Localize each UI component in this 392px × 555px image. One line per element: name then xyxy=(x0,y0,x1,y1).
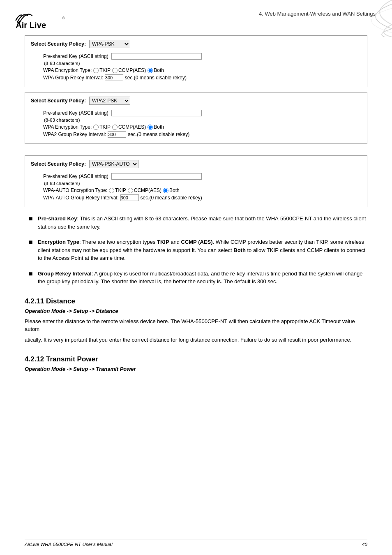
enc-ccmp-radio-2[interactable] xyxy=(112,125,118,130)
rekey-note-3: sec.(0 means disable rekey) xyxy=(141,195,202,201)
enc-tkip-radio-2[interactable] xyxy=(93,125,99,130)
chars-note-1: (8-63 characters) xyxy=(43,61,361,66)
logo: Äir Live ® xyxy=(12,7,66,31)
section-412-heading: 4.2.12 Transmit Power xyxy=(25,355,367,363)
rekey-label-3: WPA-AUTO Group Rekey Interval: xyxy=(43,195,119,201)
security-policy-label-2: Select Security Policy: xyxy=(31,98,86,104)
bullet-encryption-type: ■ Encryption Type: There are two encrypt… xyxy=(25,238,367,262)
svg-text:®: ® xyxy=(62,16,65,20)
rekey-label-2: WPA2 Group Rekey Interval: xyxy=(43,132,106,137)
security-policy-select-1[interactable]: WPA-PSK xyxy=(89,40,130,48)
enc-both-label-1: Both xyxy=(154,67,164,73)
rekey-label-1: WPA Group Rekey Interval: xyxy=(43,75,103,81)
security-policy-label-3: Select Security Policy: xyxy=(31,161,86,167)
enc-body-part2: and xyxy=(169,239,181,245)
enc-both-radio-2[interactable] xyxy=(148,125,153,130)
bullet-text-1: Pre-shared Key: This is an ASCII string … xyxy=(38,215,367,231)
bullet-marker-2: ■ xyxy=(29,238,38,262)
bullet-preshared-key: ■ Pre-shared Key: This is an ASCII strin… xyxy=(25,215,367,231)
enc-both-radio-1[interactable] xyxy=(148,68,153,73)
enc-both-label-2: Both xyxy=(154,124,164,130)
security-box-wpa-psk: Select Security Policy: WPA-PSK Pre-shar… xyxy=(25,35,367,87)
enc-both-radio-3[interactable] xyxy=(163,188,168,193)
footer-right: 40 xyxy=(362,542,367,547)
security-box-wpa2-psk: Select Security Policy: WPA2-PSK Pre-sha… xyxy=(25,92,367,144)
enc-tkip-label-3: TKIP xyxy=(115,187,126,193)
enc-type-label-1: WPA Encryption Type: xyxy=(43,67,92,73)
footer-left: AirLive WHA-5500CPE-NT User's Manual xyxy=(25,542,113,547)
bullet-text-2: Encryption Type: There are two encryptio… xyxy=(38,238,367,262)
rekey-row-1: WPA Group Rekey Interval: sec.(0 means d… xyxy=(43,74,361,81)
enc-type-label-2: WPA Encryption Type: xyxy=(43,124,92,130)
preshared-key-input-1[interactable] xyxy=(111,53,202,60)
security-policy-label: Select Security Policy: xyxy=(31,41,86,47)
rekey-row-3: WPA-AUTO Group Rekey Interval: sec.(0 me… xyxy=(43,194,361,201)
section-411-body2: atically. It is very important that you … xyxy=(25,336,367,344)
enc-ccmp-label-1: CCMP(AES) xyxy=(118,67,146,73)
enc-tkip-label-2: TKIP xyxy=(99,124,111,130)
security-boxes-container: Select Security Policy: WPA-PSK Pre-shar… xyxy=(25,35,367,207)
enc-ccmp-label-2: CCMP(AES) xyxy=(118,124,146,130)
enc-ccmp-radio-3[interactable] xyxy=(128,188,133,193)
chars-note-2: (8-63 characters) xyxy=(43,118,361,123)
security-policy-select-2[interactable]: WPA2-PSK xyxy=(89,97,130,105)
chars-note-3: (8-63 characters) xyxy=(43,181,361,186)
main-content: Select Security Policy: WPA-PSK Pre-shar… xyxy=(0,31,392,388)
security-policy-select-3[interactable]: WPA-PSK-AUTO xyxy=(89,160,138,168)
section-distance: 4.2.11 Distance Operation Mode -> Setup … xyxy=(25,297,367,344)
section-411-body1: Please enter the distance to the remote … xyxy=(25,317,367,333)
bullet-marker-1: ■ xyxy=(29,214,38,231)
rekey-row-2: WPA2 Group Rekey Interval: sec.(0 means … xyxy=(43,131,361,138)
rekey-note-1: sec.(0 means disable rekey) xyxy=(125,75,187,81)
bullet-marker-3: ■ xyxy=(29,269,38,286)
enc-ccmp-bold: CCMP (AES) xyxy=(181,239,213,245)
section-transmit-power: 4.2.12 Transmit Power Operation Mode -> … xyxy=(25,355,367,372)
enc-tkip-radio-3[interactable] xyxy=(109,188,114,193)
bullet-term-2: Encryption Type xyxy=(38,239,79,245)
bullet-term-1: Pre-shared Key xyxy=(38,215,77,222)
section-412-subheading: Operation Mode -> Setup -> Transmit Powe… xyxy=(25,366,367,372)
bullet-group-rekey: ■ Group Rekey Interval: A group key is u… xyxy=(25,270,367,286)
encryption-type-row-3: WPA-AUTO Encryption Type: TKIP CCMP(AES)… xyxy=(43,187,361,193)
page-footer: AirLive WHA-5500CPE-NT User's Manual 40 xyxy=(25,539,367,547)
bullet-text-3: Group Rekey Interval: A group key is use… xyxy=(38,270,367,286)
enc-both-label-3: Both xyxy=(169,187,180,193)
enc-body-part1: : There are two encryption types xyxy=(79,239,157,245)
section-411-heading: 4.2.11 Distance xyxy=(25,297,367,305)
enc-tkip-bold: TKIP xyxy=(157,239,169,245)
enc-tkip-radio-1[interactable] xyxy=(93,68,99,73)
preshared-key-input-3[interactable] xyxy=(111,173,202,180)
preshared-key-label-1: Pre-shared Key (ASCII string): xyxy=(43,53,110,59)
encryption-type-row-2: WPA Encryption Type: TKIP CCMP(AES) Both xyxy=(43,124,361,130)
preshared-key-label-3: Pre-shared Key (ASCII string): xyxy=(43,173,110,179)
enc-tkip-label-1: TKIP xyxy=(99,67,111,73)
svg-text:Äir Live: Äir Live xyxy=(16,21,46,30)
preshared-key-label-2: Pre-shared Key (ASCII string): xyxy=(43,110,110,116)
enc-type-label-3: WPA-AUTO Encryption Type: xyxy=(43,187,107,193)
encryption-type-row-1: WPA Encryption Type: TKIP CCMP(AES) Both xyxy=(43,67,361,73)
section-411-subheading: Operation Mode -> Setup -> Distance xyxy=(25,308,367,314)
security-box-wpa-psk-auto: Select Security Policy: WPA-PSK-AUTO Pre… xyxy=(25,155,367,207)
rekey-note-2: sec.(0 means disable rekey) xyxy=(128,132,189,137)
rekey-input-2[interactable] xyxy=(108,131,126,138)
decorative-wave xyxy=(310,0,392,37)
preshared-key-input-2[interactable] xyxy=(111,110,202,116)
enc-both-bold: Both xyxy=(233,247,246,253)
rekey-input-1[interactable] xyxy=(105,74,123,81)
bullet-term-3: Group Rekey Interval xyxy=(38,271,92,277)
bullet-body-1: : This is an ASCII string with 8 to 63 c… xyxy=(38,215,366,230)
enc-ccmp-radio-1[interactable] xyxy=(112,68,118,73)
enc-ccmp-label-3: CCMP(AES) xyxy=(134,187,161,193)
rekey-input-3[interactable] xyxy=(120,194,139,201)
